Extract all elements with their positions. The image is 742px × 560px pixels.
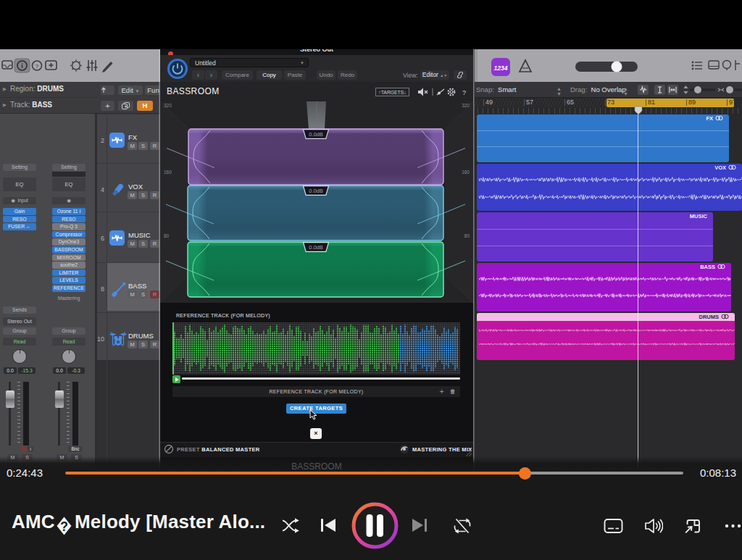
svg-text:0.0dB: 0.0dB	[309, 188, 323, 194]
svg-text:?: ?	[36, 63, 39, 70]
svg-text:80: 80	[164, 233, 170, 238]
svg-text:160: 160	[164, 170, 172, 175]
svg-text:1234: 1234	[494, 64, 508, 72]
svg-text:0.0dB: 0.0dB	[309, 131, 323, 138]
svg-text:80: 80	[464, 233, 470, 238]
svg-text:0.0dB: 0.0dB	[309, 244, 323, 251]
svg-text:?: ?	[60, 519, 68, 534]
svg-text:320: 320	[462, 103, 470, 108]
svg-text:i: i	[21, 62, 23, 70]
svg-text:?: ?	[462, 89, 466, 96]
svg-text:160: 160	[462, 170, 470, 175]
svg-text:320: 320	[164, 103, 172, 108]
